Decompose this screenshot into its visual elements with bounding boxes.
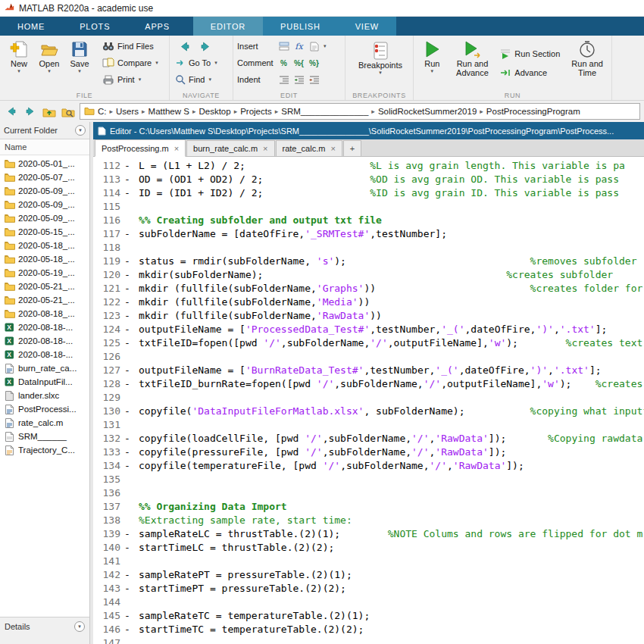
increase-indent-button[interactable] xyxy=(292,73,305,86)
forward-button[interactable] xyxy=(198,39,213,54)
breakpoint-margin[interactable]: - xyxy=(120,323,134,336)
breakpoint-margin[interactable]: - xyxy=(120,227,134,241)
panel-menu-button[interactable]: ▾ xyxy=(75,125,86,136)
breadcrumb-segment[interactable]: PostProcessingProgram xyxy=(486,107,580,116)
file-item[interactable]: 2020-05-21_... xyxy=(0,280,89,293)
file-item[interactable]: Trajectory_C... xyxy=(0,443,89,457)
insert-more-button[interactable] xyxy=(308,40,320,53)
file-list[interactable]: 2020-05-01_...2020-05-07_...2020-05-09_.… xyxy=(0,155,89,617)
file-item[interactable]: burn_rate_ca... xyxy=(0,361,89,375)
code-line[interactable]: 142-sampleRatePT = pressureTable.(2)(1); xyxy=(93,568,644,582)
file-item[interactable]: SRM______ xyxy=(0,430,89,443)
code-line[interactable]: 116%% Creating subfolder and output txt … xyxy=(93,214,644,227)
code-line[interactable]: 144 xyxy=(93,596,644,609)
breakpoint-margin[interactable]: - xyxy=(120,609,134,623)
breakpoint-margin[interactable]: - xyxy=(120,568,134,582)
file-item[interactable]: PostProcessi... xyxy=(0,402,89,416)
code-line[interactable]: 131 xyxy=(93,418,644,432)
address-bar[interactable]: C:▸Users▸Matthew S▸Desktop▸Projects▸SRM_… xyxy=(80,103,640,120)
file-item[interactable]: XDataInputFil... xyxy=(0,375,89,389)
breakpoint-margin[interactable]: - xyxy=(120,527,134,541)
decrease-indent-button[interactable] xyxy=(308,73,320,86)
file-item[interactable]: 2020-05-09_... xyxy=(0,198,89,211)
print-button[interactable]: Print ▾ xyxy=(101,71,160,88)
advance-button[interactable]: Advance xyxy=(498,63,561,82)
breakpoint-margin[interactable] xyxy=(120,418,134,432)
code-line[interactable]: 141 xyxy=(93,555,644,568)
editor-tab[interactable]: PostProcessing.m× xyxy=(95,139,186,157)
code-line[interactable]: 114-ID = (ID1 + ID2) / 2; %ID is avg gra… xyxy=(93,186,644,200)
code-line[interactable]: 134-copyfile(temperatureFile, [pwd '/',s… xyxy=(93,459,644,473)
breadcrumb-segment[interactable]: SRM______________ xyxy=(281,107,368,116)
breakpoint-margin[interactable]: - xyxy=(120,159,134,173)
code-line[interactable]: 130-copyfile('DataInputFileForMatlab.xls… xyxy=(93,405,644,418)
code-line[interactable]: 129 xyxy=(93,391,644,405)
file-item[interactable]: 2020-05-09_... xyxy=(0,211,89,225)
breakpoint-margin[interactable]: - xyxy=(120,582,134,596)
new-tab-button[interactable]: + xyxy=(343,140,361,156)
code-line[interactable]: 133-copyfile(pressureFile, [pwd '/',subF… xyxy=(93,445,644,459)
file-item[interactable]: X2020-08-18-... xyxy=(0,320,89,334)
breadcrumb-segment[interactable]: C: xyxy=(98,107,107,116)
back-button[interactable] xyxy=(177,39,192,54)
file-item[interactable]: X2020-08-18-... xyxy=(0,334,89,348)
open-button[interactable]: Open ▾ xyxy=(34,38,64,74)
ribbon-tab-view[interactable]: VIEW xyxy=(338,17,396,36)
run-button[interactable]: Run ▾ xyxy=(417,38,447,74)
breakpoint-margin[interactable] xyxy=(120,596,134,609)
insert-section-button[interactable] xyxy=(277,40,290,53)
file-item[interactable]: lander.slxc xyxy=(0,389,89,402)
breakpoint-margin[interactable]: - xyxy=(120,364,134,377)
breakpoint-margin[interactable]: - xyxy=(120,405,134,418)
file-item[interactable]: 2020-05-19_... xyxy=(0,266,89,280)
save-button[interactable]: Save ▾ xyxy=(64,38,95,74)
code-line[interactable]: 138%Extracting sample rate, start time: xyxy=(93,514,644,527)
file-item[interactable]: 2020-05-07_... xyxy=(0,170,89,184)
run-section-button[interactable]: Run Section xyxy=(498,44,561,63)
breakpoint-margin[interactable]: - xyxy=(120,186,134,200)
breakpoint-margin[interactable]: - xyxy=(120,309,134,323)
run-and-time-button[interactable]: Run and Time xyxy=(564,38,610,78)
code-line[interactable]: 121-mkdir (fullfile(subFolderName,'Graph… xyxy=(93,282,644,295)
code-line[interactable]: 115 xyxy=(93,200,644,214)
block-comment-button[interactable]: %{ xyxy=(292,57,305,70)
insert-function-button[interactable]: fx xyxy=(292,40,305,53)
breakpoint-margin[interactable]: - xyxy=(120,336,134,350)
smart-indent-button[interactable] xyxy=(277,73,290,86)
breakpoint-margin[interactable] xyxy=(120,486,134,500)
file-item[interactable]: 2020-05-21_... xyxy=(0,293,89,307)
file-item[interactable]: 2020-05-01_... xyxy=(0,157,89,170)
breakpoint-margin[interactable]: - xyxy=(120,268,134,282)
breadcrumb-segment[interactable]: Users xyxy=(116,107,139,116)
go-to-button[interactable]: Go To ▾ xyxy=(174,55,231,71)
code-line[interactable]: 145-sampleRateTC = temperatureTable.(2)(… xyxy=(93,609,644,623)
breakpoint-margin[interactable]: - xyxy=(120,445,134,459)
new-button[interactable]: New ▾ xyxy=(4,38,34,74)
ribbon-tab-plots[interactable]: PLOTS xyxy=(62,17,127,36)
forward-button[interactable] xyxy=(23,104,38,119)
code-line[interactable]: 137%% Organizing Data Import xyxy=(93,500,644,514)
code-line[interactable]: 127-outputFileName = ['BurnRateData_Test… xyxy=(93,364,644,377)
code-line[interactable]: 123-mkdir (fullfile(subFolderName,'RawDa… xyxy=(93,309,644,323)
details-bar[interactable]: Details ▾ xyxy=(0,617,89,635)
breakpoint-margin[interactable] xyxy=(120,241,134,255)
editor-titlebar[interactable]: Editor - C:\Users\Matthew S\Desktop\Proj… xyxy=(93,122,644,139)
uncomment-button[interactable]: %} xyxy=(308,57,320,70)
comment-button[interactable]: % xyxy=(277,57,290,70)
breakpoint-margin[interactable] xyxy=(120,500,134,514)
editor-tab[interactable]: rate_calc.m× xyxy=(276,140,342,156)
code-line[interactable]: 126 xyxy=(93,350,644,364)
breakpoint-margin[interactable] xyxy=(120,350,134,364)
close-icon[interactable]: × xyxy=(263,144,267,153)
file-item[interactable]: rate_calc.m xyxy=(0,416,89,430)
file-item[interactable]: 2020-05-15_... xyxy=(0,225,89,239)
code-area[interactable]: 112-L = (L1 + L2) / 2; %L is avg grain l… xyxy=(93,157,644,644)
editor-tab[interactable]: burn_rate_calc.m× xyxy=(186,140,274,156)
breakpoint-margin[interactable] xyxy=(120,636,134,644)
code-line[interactable]: 132-copyfile(loadCellFile, [pwd '/',subF… xyxy=(93,432,644,445)
breakpoint-margin[interactable]: - xyxy=(120,623,134,636)
breakpoint-margin[interactable]: - xyxy=(120,377,134,391)
ribbon-tab-editor[interactable]: EDITOR xyxy=(193,17,263,36)
file-item[interactable]: 2020-08-18_... xyxy=(0,307,89,320)
code-line[interactable]: 117-subFolderName = [dateOfFire,'_SRMTes… xyxy=(93,227,644,241)
